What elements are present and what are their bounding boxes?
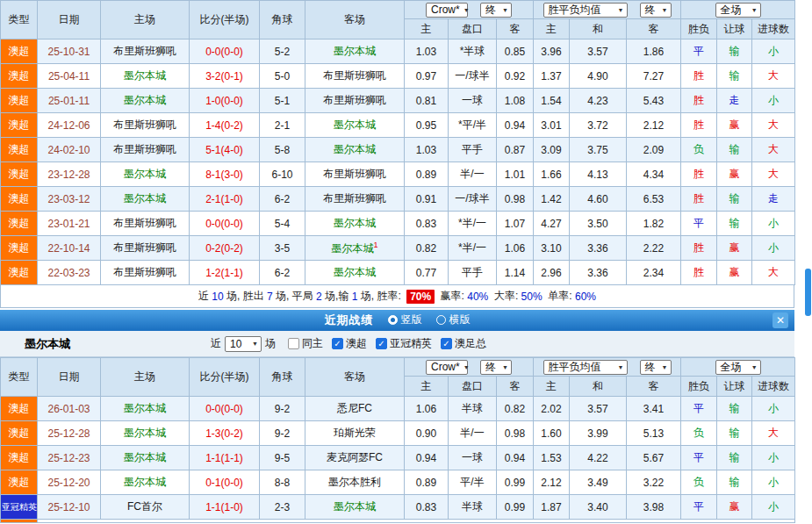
handicap-cell: *半/一	[449, 212, 497, 236]
avg-draw-cell: 4.22	[570, 446, 627, 470]
avg-draw-cell: 3.50	[570, 212, 627, 236]
away-team-cell: 布里斯班狮吼	[305, 162, 405, 187]
stage-select[interactable]: 终 ▼	[480, 3, 512, 18]
col-header-score: 比分(半场)	[190, 1, 260, 39]
summary-text: 40%	[467, 291, 488, 303]
date-cell: 25-12-20	[38, 470, 101, 495]
avg-home-cell: 2.96	[534, 261, 570, 285]
close-button[interactable]: ✕	[772, 312, 788, 328]
match-row: 澳超22-10-14布里斯班狮吼0-2(0-2)3-5墨尔本城10.82*半/一…	[1, 236, 795, 261]
date-cell: 25-10-31	[38, 39, 101, 64]
scrollbar-thumb[interactable]	[805, 269, 811, 316]
chevron-down-icon: ▼	[662, 7, 668, 13]
home-odds-cell: 1.06	[405, 397, 449, 421]
scope-select-value: 全场	[721, 3, 742, 18]
scope-header-cell: 全场 ▼	[681, 1, 795, 19]
avg-away-cell: 3.22	[627, 470, 681, 495]
date-cell: 23-01-21	[38, 212, 101, 236]
subcol-handicap: 盘口	[449, 19, 497, 39]
radio-icon	[388, 315, 398, 325]
subcol-result: 胜负	[681, 19, 717, 39]
avg-home-cell: 1.60	[534, 421, 570, 446]
chevron-down-icon: ▼	[751, 364, 758, 370]
summary-text: 50%	[521, 291, 543, 303]
scope-select[interactable]: 全场 ▼	[715, 360, 761, 375]
subcol-avg-away: 客	[627, 377, 681, 397]
score-cell: 1-1(1-0)	[190, 495, 260, 520]
filter-label: 同主	[302, 336, 323, 351]
score-cell: 8-1(3-0)	[190, 162, 260, 187]
away-team-cell: 墨尔本城	[305, 113, 405, 138]
league-cell: 澳超	[1, 446, 38, 470]
home-odds-cell: 1.03	[405, 138, 449, 162]
date-cell: 24-12-06	[38, 113, 101, 138]
away-team-cell: 墨尔本胜利	[305, 470, 405, 495]
filter-option[interactable]: ✓澳超	[332, 336, 367, 351]
result-cell: 平	[681, 39, 717, 64]
date-cell: 25-12-10	[38, 495, 101, 520]
filter-option[interactable]: ✓同主	[288, 336, 323, 351]
stage-select[interactable]: 终 ▼	[640, 3, 672, 18]
avg-away-cell: 7.27	[627, 64, 681, 89]
layout-radio-option-2[interactable]: 横版	[436, 312, 471, 327]
bookmaker-select[interactable]: Crow* ▼	[426, 3, 468, 18]
games-unit-label: 场	[265, 336, 276, 351]
bookmaker-select[interactable]: Crow* ▼	[426, 360, 468, 375]
home-team-cell: 墨尔本城	[101, 470, 190, 495]
scope-select[interactable]: 全场 ▼	[715, 3, 761, 18]
filter-option[interactable]: ✓亚冠精英	[376, 336, 432, 351]
away-odds-cell: 0.98	[497, 187, 534, 212]
date-cell: 24-02-10	[38, 138, 101, 162]
match-row: 澳超25-04-11墨尔本城3-2(0-1)5-0布里斯班狮吼0.97一/球半0…	[1, 64, 795, 89]
subcol-avg-home: 主	[534, 377, 570, 397]
score-cell: 0-0(0-0)	[190, 39, 260, 64]
corner-cell: 6-10	[260, 162, 305, 187]
avg-draw-cell: 3.72	[570, 113, 627, 138]
home-team-cell: 墨尔本城	[101, 187, 190, 212]
avg-draw-cell: 3.57	[570, 397, 627, 421]
subcol-handicap-result: 让球	[717, 19, 752, 39]
avg-home-cell: 2.12	[534, 470, 570, 495]
away-team-cell: 墨尔本城	[305, 261, 405, 285]
date-cell: 25-01-11	[38, 89, 101, 113]
match-row: 澳超25-12-28墨尔本城1-3(0-2)9-2珀斯光荣0.90半/一0.98…	[1, 421, 795, 446]
scope-select-value: 全场	[721, 360, 742, 375]
result-cell: 胜	[681, 113, 717, 138]
away-team-cell: 墨尔本城1	[305, 236, 405, 261]
avg-away-cell: 2.34	[627, 261, 681, 285]
stage-select-value: 终	[645, 360, 656, 375]
away-team-cell: 墨尔本城	[305, 495, 405, 520]
league-cell: 澳超	[1, 212, 38, 236]
odds-history-panel: 类型 日期 主场 比分(半场) 角球 客场 Crow* ▼ 终 ▼	[0, 0, 794, 523]
stage-select[interactable]: 终 ▼	[640, 360, 672, 375]
col-header-type: 类型	[1, 358, 38, 397]
avg-draw-cell: 3.75	[570, 138, 627, 162]
filter-option[interactable]: ✓澳足总	[441, 336, 486, 351]
avg-select[interactable]: 胜平负均值 ▼	[543, 3, 628, 18]
stage-select[interactable]: 终 ▼	[480, 360, 512, 375]
home-odds-cell: 0.94	[405, 446, 449, 470]
handicap-cell: 半球	[449, 397, 497, 421]
match-row: 澳超23-12-28墨尔本城8-1(3-0)6-10布里斯班狮吼0.89半/一1…	[1, 162, 795, 187]
avg-away-cell: 6.53	[627, 187, 681, 212]
match-row: 澳超25-12-23墨尔本城1-1(1-1)9-5麦克阿瑟FC0.94一球0.9…	[1, 446, 795, 470]
avg-select[interactable]: 胜平负均值 ▼	[543, 360, 628, 375]
away-odds-cell: 0.99	[497, 495, 534, 520]
layout-radio-option-1[interactable]: 竖版	[388, 312, 422, 327]
avg-odds-header-cell: 胜平负均值 ▼ 终 ▼	[534, 1, 681, 19]
summary-text: 场, 平局	[273, 289, 316, 304]
away-odds-cell: 0.99	[497, 470, 534, 495]
handicap-cell: 一球	[449, 89, 497, 113]
summary-text: 60%	[575, 291, 596, 303]
result-cell: 平	[681, 212, 717, 236]
home-team-cell: 墨尔本城	[101, 89, 190, 113]
filter-label: 澳足总	[455, 336, 486, 351]
home-team-cell: 布里斯班狮吼	[101, 138, 190, 162]
games-count-select[interactable]: 10 ▼	[225, 336, 262, 352]
subcol-handicap: 盘口	[449, 377, 497, 397]
away-odds-cell: 1.07	[497, 212, 534, 236]
score-cell: 0-2(0-2)	[190, 236, 260, 261]
games-count-value: 10	[230, 338, 241, 350]
handicap-cell: 平手	[449, 261, 497, 285]
recent-table: 类型 日期 主场 比分(半场) 角球 客场 Crow* ▼ 终 ▼	[0, 357, 795, 523]
